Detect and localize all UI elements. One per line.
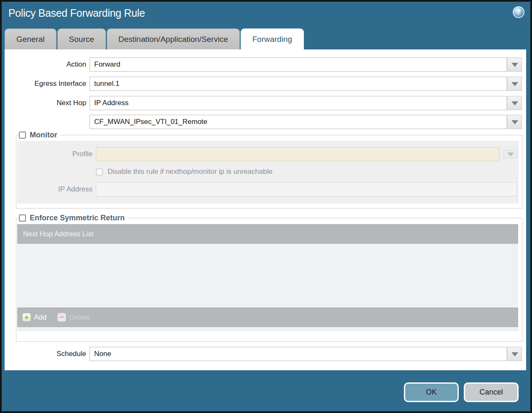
monitor-ip-address-label: IP Address (17, 185, 93, 194)
chevron-down-icon (511, 82, 518, 90)
add-button-label: Add (34, 313, 46, 322)
monitor-title: Monitor (30, 131, 57, 139)
chevron-down-icon (511, 352, 518, 360)
table-footer: + Add − Delete (17, 307, 518, 327)
next-hop-address-row: CF_MWAN_IPsec_VTI_01_Remote (5, 115, 522, 129)
chevron-down-icon (507, 152, 514, 160)
next-hop-address-value[interactable]: CF_MWAN_IPsec_VTI_01_Remote (90, 115, 507, 129)
egress-interface-combo[interactable]: tunnel.1 (90, 77, 522, 91)
next-hop-dropdown-button[interactable] (507, 96, 522, 110)
next-hop-combo[interactable]: IP Address (90, 96, 522, 110)
ok-button[interactable]: OK (404, 382, 459, 402)
schedule-value[interactable]: None (90, 347, 507, 361)
action-value[interactable]: Forward (90, 57, 507, 72)
dialog-title: Policy Based Forwarding Rule (8, 7, 145, 19)
tab-general[interactable]: General (5, 28, 57, 49)
monitor-ip-address-row: IP Address (17, 182, 519, 196)
schedule-combo[interactable]: None (90, 347, 522, 361)
next-hop-address-list-table: Next Hop Address List + Add − Delete (17, 224, 518, 331)
tab-forwarding[interactable]: Forwarding (241, 28, 304, 49)
egress-interface-value[interactable]: tunnel.1 (90, 77, 507, 91)
tab-destination-application-service[interactable]: Destination/Application/Service (107, 28, 240, 49)
forwarding-tab-panel: Action Forward Egress Interface tunnel.1… (5, 49, 526, 370)
profile-field (96, 147, 500, 161)
tab-bar: General Source Destination/Application/S… (5, 28, 304, 49)
egress-interface-label: Egress Interface (5, 80, 86, 88)
disable-rule-row: Disable this rule if nexthop/monitor ip … (17, 168, 519, 176)
schedule-dropdown-button[interactable] (507, 347, 522, 361)
next-hop-row: Next Hop IP Address (5, 96, 522, 110)
next-hop-label: Next Hop (5, 99, 86, 107)
schedule-row: Schedule None (5, 347, 522, 361)
chevron-down-icon (511, 101, 518, 109)
next-hop-value[interactable]: IP Address (90, 96, 507, 110)
action-dropdown-button[interactable] (507, 57, 522, 72)
chevron-down-icon (511, 120, 518, 128)
delete-button: − Delete (57, 313, 90, 322)
table-bottom-strip (17, 327, 518, 331)
monitor-legend: Monitor (18, 131, 60, 139)
profile-row: Profile (17, 147, 519, 161)
action-row: Action Forward (5, 57, 522, 72)
next-hop-address-combo[interactable]: CF_MWAN_IPsec_VTI_01_Remote (90, 115, 522, 129)
plus-icon: + (22, 313, 31, 322)
add-button[interactable]: + Add (22, 313, 46, 322)
table-header: Next Hop Address List (17, 224, 518, 244)
chevron-down-icon (511, 63, 518, 70)
profile-label: Profile (17, 150, 93, 158)
next-hop-address-dropdown-button[interactable] (507, 115, 522, 129)
enforce-symmetric-return-title: Enforce Symmetric Return (30, 214, 125, 222)
cancel-button[interactable]: Cancel (464, 382, 519, 402)
monitor-section: Monitor Profile Disable this rule if nex… (16, 131, 522, 209)
help-icon[interactable]: ? (513, 6, 524, 18)
enforce-symmetric-return-checkbox[interactable] (19, 214, 26, 222)
monitor-ip-address-field (96, 182, 517, 196)
action-label: Action (5, 60, 86, 69)
schedule-label: Schedule (5, 350, 86, 358)
egress-interface-row: Egress Interface tunnel.1 (5, 77, 522, 91)
disable-rule-checkbox (96, 168, 103, 176)
policy-forwarding-dialog: Policy Based Forwarding Rule ? General S… (0, 0, 532, 413)
enforce-symmetric-return-legend: Enforce Symmetric Return (18, 214, 127, 222)
action-combo[interactable]: Forward (90, 57, 522, 72)
minus-icon: − (57, 313, 66, 322)
next-hop-address-list-column-header: Next Hop Address List (23, 230, 93, 238)
delete-button-label: Delete (69, 313, 90, 322)
monitor-panel: Profile Disable this rule if nexthop/mon… (17, 141, 519, 204)
profile-dropdown-button (503, 150, 518, 158)
egress-interface-dropdown-button[interactable] (507, 77, 522, 91)
monitor-checkbox[interactable] (19, 132, 26, 139)
tab-source[interactable]: Source (57, 28, 106, 49)
enforce-symmetric-return-section: Enforce Symmetric Return Next Hop Addres… (16, 214, 522, 342)
disable-rule-label: Disable this rule if nexthop/monitor ip … (108, 168, 272, 176)
table-body-empty (17, 244, 518, 307)
